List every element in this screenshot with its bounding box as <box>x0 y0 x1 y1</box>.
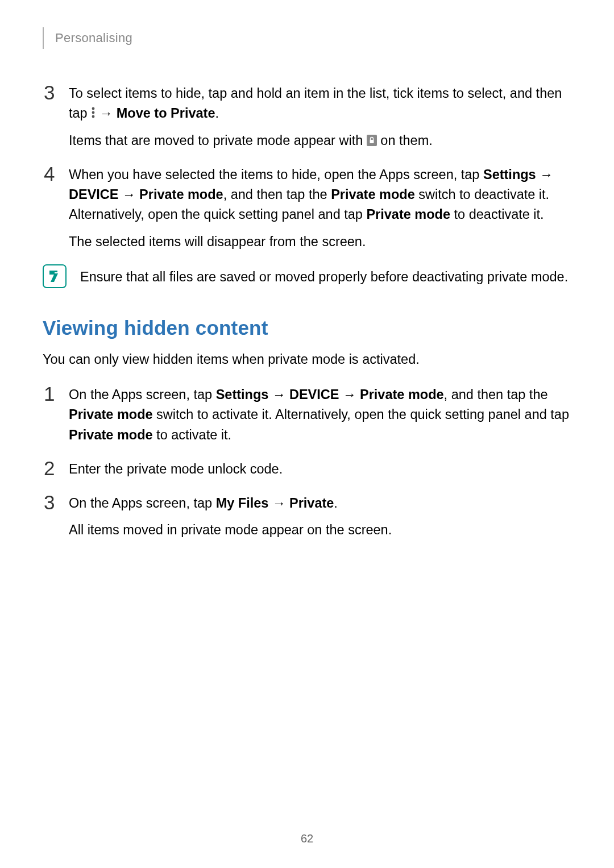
text-segment: . <box>215 106 219 121</box>
text-segment: On the Apps screen, tap <box>69 387 216 402</box>
more-options-icon <box>91 106 96 119</box>
step4-paragraph-1: When you have selected the items to hide… <box>69 165 571 225</box>
header-title: Personalising <box>55 31 132 45</box>
private-badge-icon <box>367 135 377 146</box>
text-segment: on them. <box>377 133 433 148</box>
step-body: When you have selected the items to hide… <box>69 163 571 252</box>
text-segment: → <box>96 106 117 121</box>
step-3-hiding: 3 To select items to hide, tap and hold … <box>43 82 571 151</box>
step-4-hiding: 4 When you have selected the items to hi… <box>43 163 571 252</box>
text-bold: DEVICE <box>289 387 339 402</box>
text-bold: Private mode <box>360 387 444 402</box>
text-bold: Move to Private <box>117 106 215 121</box>
svg-rect-4 <box>370 140 374 143</box>
page-number: 62 <box>0 832 614 845</box>
note-callout: Ensure that all files are saved or moved… <box>43 264 571 288</box>
text-segment: → <box>536 167 553 182</box>
text-segment: . <box>334 496 338 510</box>
step-number: 3 <box>43 492 69 541</box>
step2-paragraph: Enter the private mode unlock code. <box>69 459 571 479</box>
note-text: Ensure that all files are saved or moved… <box>80 264 568 287</box>
text-bold: Private mode <box>366 207 450 222</box>
section-intro: You can only view hidden items when priv… <box>43 350 571 369</box>
text-segment: When you have selected the items to hide… <box>69 167 483 182</box>
svg-point-2 <box>92 115 95 118</box>
text-bold: Private mode <box>331 187 415 202</box>
text-segment: , and then tap the <box>444 387 548 402</box>
svg-point-0 <box>92 107 95 110</box>
section-heading: Viewing hidden content <box>43 317 571 339</box>
step-number: 1 <box>43 383 69 445</box>
text-bold: Private mode <box>69 407 153 422</box>
step1-paragraph: On the Apps screen, tap Settings → DEVIC… <box>69 385 571 445</box>
text-segment: , and then tap the <box>223 187 331 202</box>
header-divider <box>43 27 44 49</box>
text-segment: → <box>268 496 289 510</box>
step-3-viewing: 3 On the Apps screen, tap My Files → Pri… <box>43 492 571 541</box>
text-bold: My Files <box>216 496 269 510</box>
text-segment: Items that are moved to private mode app… <box>69 133 367 148</box>
step3-paragraph-2: All items moved in private mode appear o… <box>69 520 571 540</box>
text-segment: to activate it. <box>153 427 231 442</box>
step-2-viewing: 2 Enter the private mode unlock code. <box>43 458 571 479</box>
step-number: 4 <box>43 163 69 252</box>
step-body: On the Apps screen, tap Settings → DEVIC… <box>69 383 571 445</box>
step-number: 3 <box>43 82 69 151</box>
text-segment: → <box>268 387 289 402</box>
note-icon <box>43 264 67 288</box>
page-header: Personalising <box>43 27 571 49</box>
step-1-viewing: 1 On the Apps screen, tap Settings → DEV… <box>43 383 571 445</box>
text-segment: switch to activate it. Alternatively, op… <box>153 407 569 422</box>
step-body: On the Apps screen, tap My Files → Priva… <box>69 492 571 541</box>
step-body: Enter the private mode unlock code. <box>69 458 571 479</box>
step-number: 2 <box>43 458 69 479</box>
text-segment: → <box>119 187 140 202</box>
step4-paragraph-2: The selected items will disappear from t… <box>69 232 571 252</box>
text-bold: Settings <box>216 387 269 402</box>
text-bold: Private <box>289 496 334 510</box>
text-segment: → <box>339 387 360 402</box>
text-segment: to deactivate it. <box>450 207 544 222</box>
text-bold: DEVICE <box>69 187 119 202</box>
step3-paragraph-1: To select items to hide, tap and hold an… <box>69 84 571 124</box>
text-segment: On the Apps screen, tap <box>69 496 216 510</box>
text-bold: Private mode <box>69 427 153 442</box>
svg-point-1 <box>92 111 95 114</box>
step-body: To select items to hide, tap and hold an… <box>69 82 571 151</box>
text-bold: Private mode <box>139 187 223 202</box>
text-bold: Settings <box>483 167 536 182</box>
step3-paragraph-1: On the Apps screen, tap My Files → Priva… <box>69 493 571 513</box>
step3-paragraph-2: Items that are moved to private mode app… <box>69 131 571 151</box>
